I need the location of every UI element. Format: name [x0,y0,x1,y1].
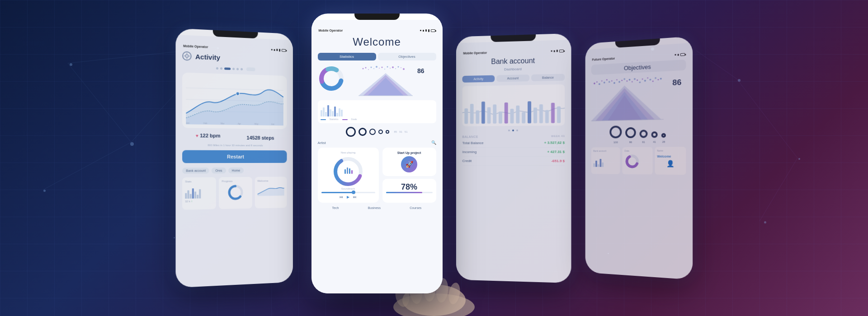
stat-bpm: ♥ 122 bpm [196,133,221,141]
page-dot-6[interactable] [240,68,242,70]
circle-num-4: 41 [651,140,657,143]
balance-row-2: Incoming + 427.31 $ [462,149,565,156]
svg-rect-77 [504,102,508,123]
circle-item-2: 86 [625,127,636,144]
svg-rect-73 [481,101,485,123]
next-icon[interactable]: ⏭ [353,195,357,199]
circle-large [346,127,356,137]
status-icons-2 [420,29,435,32]
phone-welcome: Mobile Operator Welcome Statistics Objec… [311,14,443,293]
phone-objectives: Future Operator Objectives 86 [585,36,692,280]
balance-label-total: Total Balance [462,141,483,145]
bank-chart [462,84,565,126]
artist-label: Artist [318,141,326,145]
page-dot-2[interactable] [220,67,222,70]
artist-section: Artist 🔍 [318,140,436,145]
svg-point-52 [376,66,377,68]
activity-tabs: Bank account Ores Home [182,167,287,174]
welcome-bottom-row: Now playing [318,148,436,203]
svg-text:86: 86 [417,67,425,74]
objectives-chart: 86 [591,74,686,123]
svg-point-100 [623,78,625,80]
balance-header: BALANCE Week 43 [462,135,565,138]
welcome-tabs[interactable]: Statistics Objectives [318,53,436,60]
status-time-4: Future Operator [592,57,615,61]
gear-icon [182,51,192,60]
svg-point-106 [639,81,641,83]
svg-text:Apr: Apr [237,123,241,125]
svg-rect-86 [557,106,561,123]
svg-rect-70 [464,108,468,124]
stats-row: ♥ 122 bpm 14528 steps [182,133,287,142]
bank-subtitle: Dashboard [462,66,565,72]
tab-home[interactable]: Home [228,167,244,173]
circular-progress-card: Now playing [318,148,379,203]
phone-activity-screen: Mobile Operator [175,35,292,288]
bank-tabs[interactable]: Activity Account Balance [462,74,565,82]
bpm-value: 122 bpm [200,133,220,139]
page-dot-4[interactable] [232,68,234,70]
bank-tab-activity[interactable]: Activity [462,75,495,82]
bank-tab-balance[interactable]: Balance [531,74,565,81]
svg-point-90 [599,83,600,85]
activity-header: Activity [182,51,287,64]
page-dot-1[interactable] [216,67,218,69]
circle-num-2: 86 [625,141,636,144]
svg-rect-79 [516,105,519,123]
svg-point-53 [379,68,380,69]
bank-dot-3[interactable] [516,129,518,131]
welcome-top-row: 86 [318,65,436,97]
stat-sub-text: 800 Miles in 1 hour 30 minutes and 8 sec… [182,144,287,147]
svg-point-50 [370,67,372,68]
obj-circle-2 [625,127,636,138]
svg-rect-75 [493,104,496,123]
svg-point-58 [392,66,394,68]
svg-point-93 [606,79,607,80]
svg-rect-71 [470,104,473,124]
tab-statistics[interactable]: Statistics [318,53,376,60]
person-icon: 👤 [657,160,684,167]
obj-mini-bar [593,153,618,167]
status-time-3: Mobile Operator [463,51,487,55]
svg-point-92 [603,82,605,84]
bank-tab-account[interactable]: Account [496,74,529,82]
svg-text:May: May [254,123,258,125]
label-tech[interactable]: Tech [332,206,339,209]
obj-card-2-title: Data [624,149,650,152]
page-nav[interactable] [246,67,255,71]
mountain-chart: 86 [349,65,436,97]
objectives-bottom-cards: Bank account Data [591,147,686,175]
phone-activity: Mobile Operator [175,28,292,288]
svg-point-29 [189,56,190,56]
svg-point-88 [594,83,595,84]
svg-point-98 [618,81,620,83]
svg-text:Jun: Jun [271,123,274,125]
mini-card-1: Stats 32 k ↑ [182,177,216,209]
play-icon[interactable]: ▶ [347,195,349,199]
circle-num-1: 100 [609,141,622,144]
bank-dot-1[interactable] [508,129,509,131]
bank-dot-2-active[interactable] [512,129,514,131]
circle-num-5: 28 [661,140,665,143]
label-business[interactable]: Business [368,206,381,209]
objectives-title: Objectives [591,60,686,75]
svg-point-102 [628,79,630,81]
page-dot-5[interactable] [236,68,238,70]
tab-ores[interactable]: Ores [212,167,226,173]
tab-objectives[interactable]: Objectives [378,53,436,60]
restart-button[interactable]: Restart [182,150,287,163]
percent-value: 78% [386,182,433,192]
page-dot-3-active[interactable] [224,67,230,70]
status-time-1: Mobile Operator [183,44,208,48]
svg-point-109 [647,77,648,79]
svg-text:86: 86 [672,78,681,87]
donut-chart [318,65,345,92]
obj-card-2: Data [622,147,652,175]
prev-icon[interactable]: ⏮ [340,195,343,199]
svg-text:Feb: Feb [203,122,208,125]
startup-icon[interactable]: 🚀 [401,156,417,172]
label-courses[interactable]: Courses [410,206,421,209]
tab-bank[interactable]: Bank account [182,167,209,174]
phone-bank-screen: Mobile Operator Bank account Dashboard A… [456,40,571,283]
circle-medium-2 [369,129,376,135]
